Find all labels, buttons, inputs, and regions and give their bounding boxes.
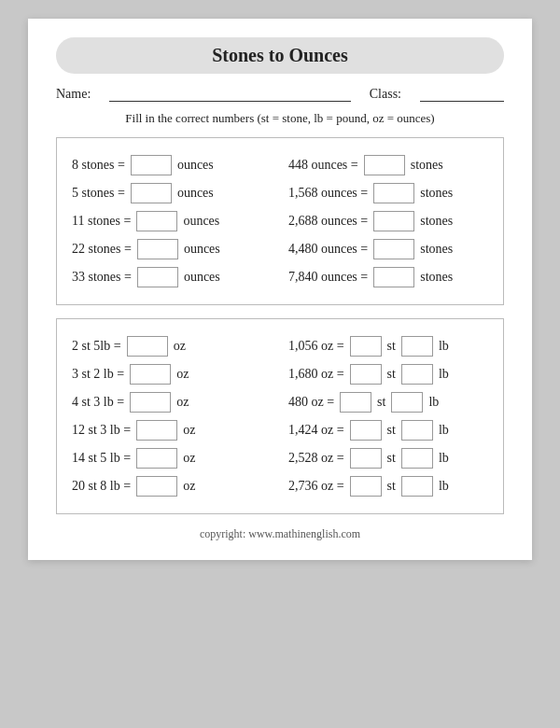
- table-row: 3 st 2 lb = oz 1,680 oz = st lb: [72, 364, 488, 385]
- right-answer-input[interactable]: [373, 239, 414, 259]
- right-lb-input[interactable]: [391, 392, 423, 413]
- right-unit-lb: lb: [439, 479, 449, 494]
- right-half: 480 oz = st lb: [288, 392, 488, 413]
- right-half: 1,424 oz = st lb: [288, 420, 488, 441]
- right-half: 2,736 oz = st lb: [288, 476, 488, 497]
- right-unit-lb: lb: [439, 451, 449, 466]
- right-half: 2,688 ounces = stones: [288, 211, 488, 231]
- right-half: 1,568 ounces = stones: [288, 183, 488, 203]
- left-unit: oz: [174, 339, 186, 354]
- right-lb-input[interactable]: [401, 336, 433, 357]
- right-lb-input[interactable]: [401, 364, 433, 385]
- right-question: 2,736 oz =: [288, 479, 344, 494]
- right-question: 480 oz =: [288, 395, 334, 410]
- right-unit-lb: lb: [439, 339, 449, 354]
- left-answer-input[interactable]: [136, 448, 177, 469]
- left-question: 11 stones =: [72, 214, 131, 229]
- right-unit-st: st: [387, 367, 396, 382]
- right-st-input[interactable]: [340, 392, 371, 413]
- right-unit: stones: [420, 270, 453, 285]
- right-st-input[interactable]: [350, 476, 382, 497]
- name-line[interactable]: [109, 87, 350, 102]
- class-line[interactable]: [420, 87, 504, 102]
- right-question: 1,424 oz =: [288, 423, 344, 438]
- left-half: 22 stones = ounces: [72, 239, 272, 259]
- table-row: 20 st 8 lb = oz 2,736 oz = st lb: [72, 476, 488, 497]
- left-answer-input[interactable]: [137, 267, 178, 287]
- left-unit: ounces: [177, 158, 214, 173]
- right-question: 1,568 ounces =: [288, 186, 368, 201]
- right-st-input[interactable]: [350, 364, 382, 385]
- right-st-input[interactable]: [350, 420, 382, 441]
- table-row: 14 st 5 lb = oz 2,528 oz = st lb: [72, 448, 488, 469]
- left-half: 14 st 5 lb = oz: [72, 448, 272, 469]
- right-lb-input[interactable]: [401, 448, 433, 469]
- table-row: 12 st 3 lb = oz 1,424 oz = st lb: [72, 420, 488, 441]
- left-unit: ounces: [177, 186, 214, 201]
- left-answer-input[interactable]: [131, 183, 172, 203]
- right-lb-input[interactable]: [401, 476, 433, 497]
- left-unit: oz: [183, 479, 195, 494]
- left-unit: oz: [183, 451, 195, 466]
- right-unit: stones: [420, 214, 453, 229]
- right-unit-lb: lb: [439, 367, 449, 382]
- right-unit-st: st: [387, 479, 396, 494]
- class-label: Class:: [370, 87, 401, 102]
- left-answer-input[interactable]: [136, 420, 177, 441]
- left-half: 20 st 8 lb = oz: [72, 476, 272, 497]
- left-question: 12 st 3 lb =: [72, 423, 131, 438]
- right-question: 7,840 ounces =: [288, 270, 368, 285]
- left-answer-input[interactable]: [130, 392, 171, 413]
- right-question: 448 ounces =: [288, 158, 358, 173]
- right-unit-st: st: [387, 339, 396, 354]
- table-row: 4 st 3 lb = oz 480 oz = st lb: [72, 392, 488, 413]
- left-answer-input[interactable]: [136, 211, 177, 231]
- left-question: 2 st 5lb =: [72, 339, 121, 354]
- left-question: 20 st 8 lb =: [72, 479, 131, 494]
- right-answer-input[interactable]: [373, 183, 414, 203]
- table-row: 5 stones = ounces 1,568 ounces = stones: [72, 183, 488, 203]
- right-half: 448 ounces = stones: [288, 155, 488, 175]
- left-unit: ounces: [183, 214, 219, 229]
- right-answer-input[interactable]: [364, 155, 405, 175]
- right-unit-st: st: [387, 423, 396, 438]
- left-question: 3 st 2 lb =: [72, 367, 124, 382]
- right-answer-input[interactable]: [373, 267, 414, 287]
- copyright: copyright: www.mathinenglish.com: [56, 527, 504, 541]
- page: Stones to Ounces Name: Class: Fill in th…: [28, 19, 532, 560]
- left-half: 3 st 2 lb = oz: [72, 364, 272, 385]
- left-unit: oz: [176, 395, 189, 410]
- left-answer-input[interactable]: [131, 155, 172, 175]
- table-row: 8 stones = ounces 448 ounces = stones: [72, 155, 488, 175]
- left-unit: oz: [183, 423, 195, 438]
- name-label: Name:: [56, 87, 91, 102]
- name-class-row: Name: Class:: [56, 87, 504, 102]
- right-half: 1,056 oz = st lb: [288, 336, 488, 357]
- left-half: 5 stones = ounces: [72, 183, 272, 203]
- table-row: 2 st 5lb = oz 1,056 oz = st lb: [72, 336, 488, 357]
- right-st-input[interactable]: [350, 448, 382, 469]
- right-half: 4,480 ounces = stones: [288, 239, 488, 259]
- left-answer-input[interactable]: [137, 239, 178, 259]
- right-unit-st: st: [377, 395, 385, 410]
- left-question: 5 stones =: [72, 186, 125, 201]
- right-question: 1,056 oz =: [288, 339, 344, 354]
- right-unit: stones: [411, 158, 443, 173]
- left-answer-input[interactable]: [136, 476, 177, 497]
- right-answer-input[interactable]: [373, 211, 414, 231]
- right-unit-lb: lb: [439, 423, 449, 438]
- right-question: 4,480 ounces =: [288, 242, 368, 257]
- right-unit: stones: [420, 186, 453, 201]
- right-half: 1,680 oz = st lb: [288, 364, 488, 385]
- right-lb-input[interactable]: [401, 420, 433, 441]
- table-row: 22 stones = ounces 4,480 ounces = stones: [72, 239, 488, 259]
- right-question: 2,528 oz =: [288, 451, 344, 466]
- left-question: 22 stones =: [72, 242, 132, 257]
- right-unit: stones: [420, 242, 453, 257]
- left-answer-input[interactable]: [127, 336, 168, 357]
- left-answer-input[interactable]: [130, 364, 171, 385]
- section-1: 8 stones = ounces 448 ounces = stones 5 …: [56, 137, 504, 305]
- left-question: 33 stones =: [72, 270, 132, 285]
- left-question: 14 st 5 lb =: [72, 451, 131, 466]
- right-st-input[interactable]: [350, 336, 382, 357]
